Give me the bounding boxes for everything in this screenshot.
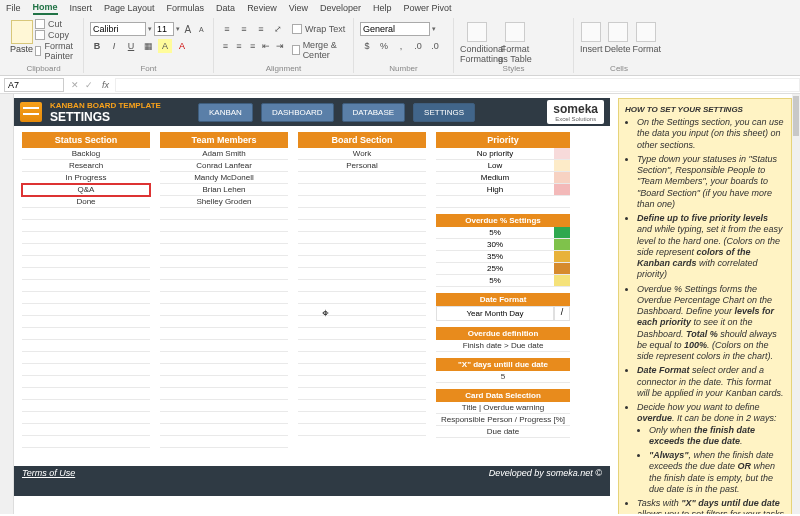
- empty-cell[interactable]: [160, 424, 288, 436]
- empty-cell[interactable]: [160, 376, 288, 388]
- italic-button[interactable]: I: [107, 39, 121, 53]
- empty-row[interactable]: [436, 196, 570, 208]
- border-button[interactable]: ▦: [141, 39, 155, 53]
- menu-pagelayout[interactable]: Page Layout: [104, 3, 155, 13]
- scrollbar-thumb[interactable]: [793, 96, 799, 136]
- empty-cell[interactable]: [22, 280, 150, 292]
- empty-cell[interactable]: [22, 232, 150, 244]
- team-cell[interactable]: Brian Lehen: [160, 184, 288, 196]
- card-sel-cell[interactable]: Due date: [436, 426, 570, 438]
- nav-kanban[interactable]: KANBAN: [198, 103, 253, 122]
- row-headers[interactable]: [0, 94, 14, 514]
- name-box[interactable]: [4, 78, 64, 92]
- team-cell[interactable]: Mandy McDonell: [160, 172, 288, 184]
- empty-cell[interactable]: [22, 328, 150, 340]
- empty-cell[interactable]: [298, 184, 426, 196]
- empty-cell[interactable]: [298, 328, 426, 340]
- priority-row[interactable]: Low: [436, 160, 570, 172]
- empty-cell[interactable]: [22, 412, 150, 424]
- menu-developer[interactable]: Developer: [320, 3, 361, 13]
- empty-cell[interactable]: [160, 220, 288, 232]
- empty-cell[interactable]: [22, 220, 150, 232]
- empty-cell[interactable]: [298, 316, 426, 328]
- empty-cell[interactable]: [160, 244, 288, 256]
- status-cell[interactable]: Backlog: [22, 148, 150, 160]
- empty-cell[interactable]: [298, 256, 426, 268]
- empty-cell[interactable]: [160, 388, 288, 400]
- conditional-formatting-button[interactable]: Conditional Formatting: [460, 20, 494, 64]
- empty-cell[interactable]: [160, 268, 288, 280]
- cancel-icon[interactable]: ✕: [71, 80, 79, 90]
- empty-cell[interactable]: [298, 352, 426, 364]
- font-color-button[interactable]: A: [175, 39, 189, 53]
- empty-cell[interactable]: [298, 340, 426, 352]
- empty-cell[interactable]: [160, 436, 288, 448]
- empty-cell[interactable]: [22, 292, 150, 304]
- status-cell[interactable]: In Progress: [22, 172, 150, 184]
- font-name-input[interactable]: [90, 22, 146, 36]
- empty-cell[interactable]: [160, 208, 288, 220]
- empty-cell[interactable]: [22, 424, 150, 436]
- team-cell[interactable]: Adam Smith: [160, 148, 288, 160]
- terms-link[interactable]: Terms of Use: [22, 468, 75, 478]
- status-cell[interactable]: Done: [22, 196, 150, 208]
- number-format-input[interactable]: [360, 22, 430, 36]
- underline-button[interactable]: U: [124, 39, 138, 53]
- menu-help[interactable]: Help: [373, 3, 392, 13]
- format-as-table-button[interactable]: Format as Table: [498, 20, 532, 64]
- overdue-row[interactable]: 35%: [436, 251, 570, 263]
- menu-formulas[interactable]: Formulas: [167, 3, 205, 13]
- empty-cell[interactable]: [160, 400, 288, 412]
- nav-database[interactable]: DATABASE: [342, 103, 406, 122]
- empty-cell[interactable]: [22, 436, 150, 448]
- fx-icon[interactable]: fx: [102, 80, 109, 90]
- empty-cell[interactable]: [22, 268, 150, 280]
- empty-cell[interactable]: [22, 364, 150, 376]
- card-sel-cell[interactable]: Responsible Person / Progress [%]: [436, 414, 570, 426]
- date-format-row[interactable]: Year Month Day/: [436, 306, 570, 321]
- empty-cell[interactable]: [298, 208, 426, 220]
- empty-cell[interactable]: [160, 304, 288, 316]
- team-cell[interactable]: Shelley Groden: [160, 196, 288, 208]
- formula-input[interactable]: [115, 78, 800, 92]
- align-top-button[interactable]: ≡: [220, 22, 234, 36]
- menu-data[interactable]: Data: [216, 3, 235, 13]
- fill-color-button[interactable]: A: [158, 39, 172, 53]
- board-cell[interactable]: Work: [298, 148, 426, 160]
- empty-cell[interactable]: [298, 412, 426, 424]
- grow-font-button[interactable]: A: [182, 22, 194, 36]
- empty-cell[interactable]: [298, 196, 426, 208]
- menu-file[interactable]: File: [6, 3, 21, 13]
- overdue-row[interactable]: 5%: [436, 227, 570, 239]
- xdays-cell[interactable]: 5: [436, 371, 570, 383]
- empty-cell[interactable]: [160, 280, 288, 292]
- empty-cell[interactable]: [160, 352, 288, 364]
- increase-decimal-button[interactable]: .0: [411, 39, 425, 53]
- priority-row[interactable]: Medium: [436, 172, 570, 184]
- menu-powerpivot[interactable]: Power Pivot: [404, 3, 452, 13]
- empty-cell[interactable]: [298, 280, 426, 292]
- empty-cell[interactable]: [160, 316, 288, 328]
- align-middle-button[interactable]: ≡: [237, 22, 251, 36]
- enter-icon[interactable]: ✓: [85, 80, 93, 90]
- vertical-scrollbar[interactable]: [792, 94, 800, 514]
- indent-dec-button[interactable]: ⇤: [261, 39, 272, 53]
- overdue-def-cell[interactable]: Finish date > Due date: [436, 340, 570, 352]
- empty-cell[interactable]: [160, 292, 288, 304]
- comma-button[interactable]: ,: [394, 39, 408, 53]
- chevron-down-icon[interactable]: ▾: [148, 25, 152, 33]
- empty-cell[interactable]: [298, 244, 426, 256]
- empty-cell[interactable]: [160, 256, 288, 268]
- empty-cell[interactable]: [298, 424, 426, 436]
- empty-cell[interactable]: [160, 328, 288, 340]
- empty-cell[interactable]: [22, 244, 150, 256]
- indent-inc-button[interactable]: ⇥: [274, 39, 285, 53]
- empty-cell[interactable]: [160, 412, 288, 424]
- decrease-decimal-button[interactable]: .0: [428, 39, 442, 53]
- align-right-button[interactable]: ≡: [247, 39, 258, 53]
- team-cell[interactable]: Conrad Lanfear: [160, 160, 288, 172]
- overdue-row[interactable]: 30%: [436, 239, 570, 251]
- empty-cell[interactable]: [298, 220, 426, 232]
- menu-view[interactable]: View: [289, 3, 308, 13]
- empty-cell[interactable]: [298, 400, 426, 412]
